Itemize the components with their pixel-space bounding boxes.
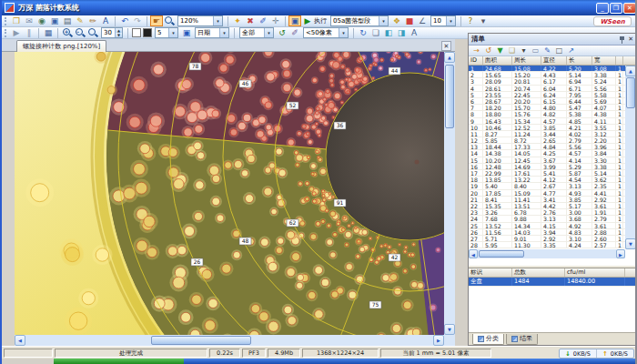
refresh-button[interactable]: ↺ [276,27,288,38]
scroll-left-icon[interactable]: ◀ [15,335,25,346]
table-row[interactable]: 118.2711.243.444.023.121 [469,131,636,137]
document-tab[interactable]: 螺旋接种计数 png.[120%] [16,40,106,52]
scroll-right-icon[interactable]: ▶ [433,335,444,346]
table-row[interactable]: 125.858.722.652.792.201 [469,137,636,144]
table-vscrollbar[interactable]: ▲ ▼ [625,66,636,249]
help-button[interactable]: ? [464,15,477,26]
magnifier-button[interactable] [164,15,175,26]
dilution-select[interactable]: 10▾ [430,15,456,26]
column-header[interactable] [616,56,623,65]
table-row[interactable]: 1612.4814.693.995.293.381 [469,164,636,170]
table-scroll-up-icon[interactable]: ▲ [625,66,636,76]
print-button[interactable]: ▤ [61,15,74,26]
zoom-out-button[interactable]: - [75,27,86,38]
table-vscroll-thumb[interactable] [626,77,635,108]
table-row[interactable]: 218.4111.413.413.852.921 [469,197,636,203]
column-header[interactable]: 直径 [541,56,567,65]
capture-button[interactable]: ◉ [35,15,48,26]
table-hscrollbar[interactable]: ◀ ▶ [469,249,625,258]
new-page-button[interactable]: ❏ [369,27,382,38]
table-row[interactable]: 2611.5614.033.944.832.881 [469,229,636,236]
undo-button[interactable]: ↶ [118,15,131,26]
column-header[interactable]: 宽 [592,56,616,65]
vscroll-thumb[interactable] [445,65,454,128]
zoom-in-button[interactable]: + [62,27,73,38]
document-close-icon[interactable]: ✕ [441,41,451,51]
table-row[interactable]: 195.408.402.673.132.351 [469,183,636,189]
pen-width-select-caret-icon[interactable]: ▾ [168,28,177,37]
save-button[interactable]: ▣ [48,15,61,26]
rect-button[interactable]: □ [553,46,565,56]
measure-button[interactable]: ✐ [257,15,269,26]
image-viewport[interactable]: 7846523644916248264275 ▲ ▼ ◀ ▶ [15,52,455,346]
image-hscrollbar[interactable]: ◀ ▶ [15,335,444,346]
table-row[interactable]: 628.6720.206.156.445.691 [469,98,636,105]
zoom-reset-button[interactable] [87,27,98,38]
size-filter-select-caret-icon[interactable]: ▾ [339,28,348,37]
panel-splitter[interactable] [455,39,468,346]
table-row[interactable]: 285.9511.303.354.242.571 [469,242,636,248]
table-row[interactable]: 124.6815.084.225.203.081 [469,66,636,72]
column-header[interactable]: 长 [567,56,592,65]
table-row[interactable]: 328.0920.816.176.945.241 [469,78,636,85]
table-row[interactable]: 2017.8515.094.774.934.411 [469,190,636,197]
scheme-new-button[interactable]: ❖ [390,15,403,26]
mark-button[interactable]: ▣ [180,27,193,38]
range-select[interactable]: 全部▾ [239,27,274,38]
table-row[interactable]: 1414.3814.054.254.573.841 [469,150,636,157]
table-row[interactable]: 247.689.883.133.682.791 [469,216,636,222]
date-select-caret-icon[interactable]: ▾ [219,28,228,37]
draw-pen-button[interactable]: ✏ [86,15,99,26]
close-button[interactable]: ✕ [623,3,636,14]
toolbar-grip[interactable] [5,17,7,25]
open-button[interactable]: ❐ [10,15,23,26]
play-button[interactable]: ▶ [10,27,23,38]
split-v-button[interactable]: ◨ [395,27,408,38]
tools-button[interactable]: ✛ [269,15,282,26]
scheme-select-caret-icon[interactable]: ▾ [379,16,388,25]
panel-close-icon[interactable]: ✕ [628,35,633,44]
table-row[interactable]: 818.8015.764.825.384.381 [469,111,636,117]
add-button[interactable]: ❏ [506,46,518,56]
threshold-spinner-down-icon[interactable]: ▼ [115,33,122,37]
text-button[interactable]: A [99,15,112,26]
star-button[interactable]: ✦ [231,15,244,26]
table-scroll-down-icon[interactable]: ▼ [625,238,636,249]
column-header[interactable]: 周长 [512,56,541,65]
export-button[interactable]: → [470,46,482,56]
tab-classify[interactable]: 分类 [472,334,504,345]
wand-button[interactable]: ✐ [288,27,301,38]
table-row[interactable]: 523.5522.456.247.955.581 [469,92,636,98]
table-row[interactable]: 275.719.012.923.102.601 [469,236,636,242]
restore-button[interactable]: ❐ [610,3,622,14]
scheme-delete-button[interactable]: ■ [403,15,416,26]
table-row[interactable]: 1010.4612.523.854.213.551 [469,125,636,131]
edit-pencil-button[interactable]: ✎ [74,15,86,26]
range-select-caret-icon[interactable]: ▾ [264,28,273,37]
threshold-spinner[interactable]: 30▲▼ [101,27,123,38]
column-header[interactable]: 面积 [483,56,512,65]
table-row[interactable]: 215.6515.204.435.143.381 [469,72,636,78]
rotate-button[interactable]: ↻ [357,27,369,38]
dropdown-caret[interactable]: ▾ [518,46,530,56]
size-filter-select[interactable]: <50像素▾ [303,27,349,38]
table-row[interactable]: 428.6120.746.046.715.561 [469,86,636,92]
title-bar[interactable]: 万深 菌落计数系统 _ ❐ ✕ [2,0,637,15]
summary-row[interactable]: 全盘148414840.00 [469,278,636,287]
table-row[interactable]: 1318.4417.334.845.563.961 [469,144,636,150]
column-header[interactable]: ID [469,56,483,65]
scheme-select[interactable]: 05a菌落型段▾ [330,15,389,26]
grid-button[interactable]: ▦ [42,27,55,38]
pause-button[interactable]: ‖ [23,27,35,38]
table-hscroll-thumb[interactable] [479,250,524,258]
table-row[interactable]: 2513.5214.344.154.923.611 [469,223,636,229]
redo-button[interactable]: ↷ [131,15,144,26]
dilution-select-caret-icon[interactable]: ▾ [446,16,455,25]
table-row[interactable]: 2215.3513.514.425.173.611 [469,203,636,209]
pin-icon[interactable] [619,35,625,44]
lang-button[interactable]: A [408,27,420,38]
table-row[interactable]: 1813.8513.224.124.543.621 [469,177,636,183]
scroll-up-icon[interactable]: ▲ [444,52,455,63]
run-button[interactable]: ▶执行 [301,15,329,26]
zoom-select[interactable]: 120%▾ [177,15,223,26]
